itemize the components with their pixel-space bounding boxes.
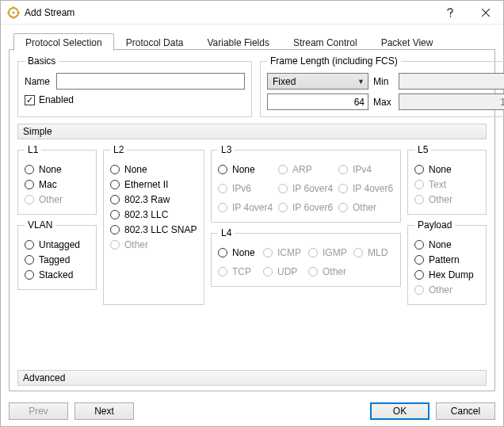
l1-legend: L1: [25, 144, 41, 155]
vlan-legend: VLAN: [25, 219, 55, 231]
frame-length-group: Frame Length (including FCS) Fixed ▼ Min…: [260, 55, 504, 117]
l3-ipv6: IPv6: [218, 183, 275, 194]
l5-group: L5 None Text Other: [407, 144, 487, 215]
l5-other: Other: [414, 194, 481, 205]
l4-legend: L4: [218, 227, 235, 238]
button-bar: Prev Next OK Cancel: [1, 398, 503, 426]
payload-hexdump[interactable]: Hex Dump: [414, 269, 481, 280]
l5-text: Text: [414, 179, 481, 190]
l3-other: Other: [338, 202, 395, 213]
l4-icmp: ICMP: [263, 247, 305, 258]
min-label: Min: [373, 76, 394, 87]
tab-page: Basics Name Enabled Frame Length (includ…: [9, 49, 495, 391]
vlan-tagged[interactable]: Tagged: [25, 254, 91, 265]
l3-group: L3 None ARP IPv4 IPv6 IP 6over4 IP 4over…: [211, 144, 401, 223]
l3-ip4over4: IP 4over4: [218, 202, 275, 213]
title-bar: Add Stream: [1, 1, 503, 25]
payload-pattern[interactable]: Pattern: [414, 254, 481, 265]
l4-udp: UDP: [263, 266, 305, 277]
l1-other: Other: [25, 194, 91, 205]
payload-group: Payload None Pattern Hex Dump Other: [407, 219, 487, 305]
l3-ipv4: IPv4: [338, 164, 395, 175]
payload-other: Other: [414, 284, 481, 295]
l1-mac[interactable]: Mac: [25, 179, 91, 190]
l3-ip6over6: IP 6over6: [278, 202, 335, 213]
ok-button[interactable]: OK: [370, 402, 430, 420]
l4-tcp: TCP: [218, 266, 260, 277]
cancel-button[interactable]: Cancel: [436, 402, 495, 420]
svg-point-1: [13, 11, 15, 13]
chevron-down-icon: ▼: [357, 78, 365, 86]
l2-8023raw[interactable]: 802.3 Raw: [110, 194, 199, 205]
l4-other: Other: [308, 266, 350, 277]
l5-none[interactable]: None: [414, 164, 481, 175]
tab-protocol-selection[interactable]: Protocol Selection: [13, 33, 114, 51]
help-button[interactable]: [432, 1, 468, 24]
app-icon: [7, 6, 20, 19]
l1-group: L1 None Mac Other: [17, 144, 97, 215]
max-input: [399, 93, 504, 110]
basics-group: Basics Name Enabled: [17, 55, 252, 117]
l3-arp: ARP: [278, 164, 335, 175]
l3-ip4over6: IP 4over6: [338, 183, 395, 194]
tab-strip: Protocol Selection Protocol Data Variabl…: [9, 31, 495, 50]
max-label: Max: [373, 97, 394, 108]
l3-legend: L3: [218, 144, 235, 155]
vlan-untagged[interactable]: Untagged: [25, 239, 91, 250]
l5-legend: L5: [414, 144, 431, 155]
l4-group: L4 None ICMP IGMP MLD TCP UDP Other: [211, 227, 401, 287]
window-buttons: [432, 1, 503, 24]
frame-mode-value: Fixed: [273, 76, 296, 87]
vlan-group: VLAN Untagged Tagged Stacked: [17, 219, 97, 290]
frame-value-input[interactable]: [267, 93, 368, 110]
l4-mld: MLD: [353, 247, 395, 258]
tab-packet-view[interactable]: Packet View: [369, 33, 445, 51]
frame-mode-select[interactable]: Fixed ▼: [267, 73, 368, 90]
l2-ethernet2[interactable]: Ethernet II: [110, 179, 199, 190]
enabled-checkbox[interactable]: Enabled: [25, 94, 245, 105]
l2-group: L2 None Ethernet II 802.3 Raw 802.3 LLC …: [103, 144, 204, 305]
l2-8023llcsnap[interactable]: 802.3 LLC SNAP: [110, 224, 199, 235]
l3-none[interactable]: None: [218, 164, 275, 175]
l2-none[interactable]: None: [110, 164, 199, 175]
frame-legend: Frame Length (including FCS): [267, 55, 401, 67]
tab-stream-control[interactable]: Stream Control: [281, 33, 369, 51]
close-button[interactable]: [468, 1, 503, 24]
l2-other: Other: [110, 239, 199, 250]
next-button[interactable]: Next: [74, 402, 134, 420]
l4-none[interactable]: None: [218, 247, 260, 258]
min-input: [399, 73, 504, 90]
tab-protocol-data[interactable]: Protocol Data: [114, 33, 196, 51]
window-title: Add Stream: [25, 7, 432, 18]
content-area: Protocol Selection Protocol Data Variabl…: [1, 25, 503, 398]
l4-igmp: IGMP: [308, 247, 350, 258]
l3-ip6over4: IP 6over4: [278, 183, 335, 194]
name-label: Name: [25, 76, 52, 87]
payload-legend: Payload: [414, 219, 455, 231]
prev-button: Prev: [9, 402, 68, 420]
name-input[interactable]: [56, 73, 245, 90]
l2-legend: L2: [110, 144, 127, 155]
checkbox-icon: [25, 95, 35, 105]
simple-section-header[interactable]: Simple: [17, 124, 487, 139]
l1-none[interactable]: None: [25, 164, 91, 175]
advanced-section-header[interactable]: Advanced: [17, 370, 487, 386]
basics-legend: Basics: [25, 55, 59, 67]
tab-variable-fields[interactable]: Variable Fields: [195, 33, 281, 51]
enabled-label: Enabled: [39, 94, 74, 105]
payload-none[interactable]: None: [414, 239, 481, 250]
l2-8023llc[interactable]: 802.3 LLC: [110, 209, 199, 220]
vlan-stacked[interactable]: Stacked: [25, 269, 91, 280]
dialog-window: Add Stream Protocol Selection Protocol D…: [0, 0, 504, 427]
